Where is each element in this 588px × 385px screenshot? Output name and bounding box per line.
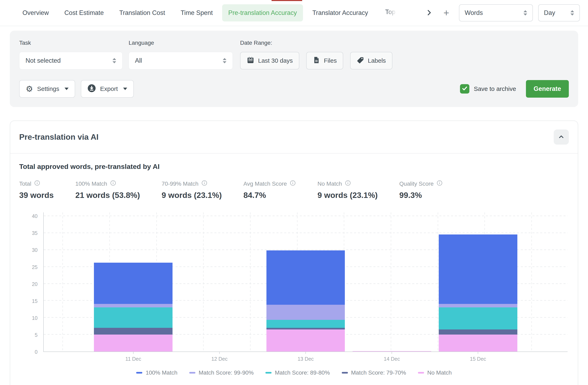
settings-button-label: Settings: [37, 85, 59, 92]
add-report-tab-button[interactable]: +: [441, 6, 451, 20]
bar-segment-match-score-99-90: [94, 304, 172, 307]
tab-overview[interactable]: Overview: [16, 4, 55, 21]
tabs-scroll-right-button[interactable]: [423, 6, 435, 20]
y-tick-label: 40: [32, 213, 38, 219]
save-to-archive-label[interactable]: Save to archive: [474, 85, 516, 92]
stat-quality-score: Quality Score99.3%: [399, 180, 443, 200]
info-icon[interactable]: [34, 180, 40, 188]
task-filter-group: Task Not selected: [19, 40, 129, 69]
filter-panel: Task Not selected Language All Date Rang…: [10, 31, 578, 107]
tab-label: Cost Estimate: [64, 9, 104, 16]
labels-filter-button[interactable]: Labels: [350, 52, 392, 69]
legend-item-match-score-79-70[interactable]: Match Score: 79-70%: [342, 369, 406, 376]
legend-item-no-match[interactable]: No Match: [418, 369, 452, 376]
date-range-label: Date Range:: [240, 40, 392, 46]
legend-swatch: [189, 372, 195, 374]
labels-button-label: Labels: [368, 57, 386, 64]
task-label: Task: [19, 40, 129, 46]
x-tick-label: 12 Dec: [211, 356, 228, 362]
bar-segment-no-match: [353, 351, 431, 351]
legend-label: 100% Match: [146, 369, 177, 376]
generate-button[interactable]: Generate: [526, 80, 569, 98]
tabs-nav: OverviewCost EstimateTranslation CostTim…: [16, 3, 406, 22]
bar-segment-100-match: [439, 235, 517, 304]
task-select-value: Not selected: [25, 57, 61, 64]
legend-swatch: [418, 372, 424, 374]
tab-top[interactable]: Top: [378, 3, 403, 22]
plus-icon: +: [443, 8, 449, 18]
tab-pre-translation-accuracy[interactable]: Pre-translation Accuracy: [222, 4, 303, 21]
y-tick-label: 0: [35, 349, 38, 355]
stat-label: Total: [19, 181, 31, 187]
bar-segment-match-score-79-70: [266, 328, 345, 329]
chart-legend: 100% MatchMatch Score: 99-90%Match Score…: [19, 369, 569, 376]
file-icon: [313, 56, 320, 65]
tab-translator-accuracy[interactable]: Translator Accuracy: [306, 4, 374, 21]
y-axis-labels: 0510152025303540: [19, 213, 43, 352]
bar-segment-no-match: [94, 335, 172, 351]
x-tick-label: 13 Dec: [297, 356, 314, 362]
legend-label: Match Score: 99-90%: [199, 369, 253, 376]
export-button[interactable]: Export: [81, 80, 134, 98]
tab-label: Translator Accuracy: [312, 9, 368, 16]
stat-label-row: 70-99% Match: [162, 180, 222, 188]
info-icon[interactable]: [290, 180, 296, 188]
bar-segment-match-score-79-70: [94, 328, 172, 335]
bar-segment-match-score-89-80: [266, 320, 345, 328]
v-gridline: [438, 213, 438, 351]
legend-item-match-score-99-90[interactable]: Match Score: 99-90%: [189, 369, 253, 376]
plot-area: 11 Dec12 Dec13 Dec14 Dec15 Dec: [43, 213, 567, 352]
bar-segment-match-score-79-70: [439, 329, 517, 335]
tab-label: Pre-translation Accuracy: [228, 9, 297, 16]
tag-icon: [357, 56, 364, 65]
collapse-card-button[interactable]: [554, 129, 569, 145]
info-icon[interactable]: [345, 180, 351, 188]
stat-value: 21 words (53.8%): [75, 191, 140, 200]
tab-time-spent[interactable]: Time Spent: [175, 4, 219, 21]
x-tick-label: 11 Dec: [125, 356, 141, 362]
stat-label-row: Quality Score: [399, 180, 443, 188]
legend-item-match-score-89-80[interactable]: Match Score: 89-80%: [265, 369, 330, 376]
chart-bar-11-dec: [94, 263, 172, 351]
stat-value: 99.3%: [399, 191, 443, 200]
x-tick: [133, 351, 133, 354]
legend-item-100-match[interactable]: 100% Match: [136, 369, 177, 376]
export-button-label: Export: [100, 85, 118, 92]
settings-button[interactable]: ⚙ Settings: [19, 80, 75, 98]
tab-cost-estimate[interactable]: Cost Estimate: [58, 4, 110, 21]
files-filter-button[interactable]: Files: [306, 52, 343, 69]
chevron-right-icon: [425, 9, 433, 17]
stat-label: Avg Match Score: [243, 181, 287, 187]
bar-segment-100-match: [94, 263, 172, 304]
bar-segment-match-score-99-90: [266, 305, 345, 320]
x-tick: [392, 351, 392, 354]
task-select[interactable]: Not selected: [19, 52, 123, 69]
language-select[interactable]: All: [129, 52, 233, 69]
tab-translation-cost[interactable]: Translation Cost: [113, 4, 171, 21]
y-tick-label: 5: [35, 332, 38, 338]
unit-select[interactable]: Words: [459, 4, 533, 21]
caret-down-icon: [64, 88, 69, 90]
stat-label-row: No Match: [317, 180, 378, 188]
select-arrows-icon: [112, 58, 116, 63]
info-icon[interactable]: [110, 180, 116, 188]
v-gridline: [203, 213, 204, 351]
date-range-button[interactable]: Last 30 days: [240, 52, 299, 69]
stat-no-match: No Match9 words (23.1%): [317, 180, 378, 200]
v-gridline: [250, 213, 251, 351]
bar-segment-match-score-99-90: [439, 304, 517, 307]
stat-value: 39 words: [19, 191, 54, 200]
unit-select-value: Words: [465, 9, 483, 17]
section-title: Total approved words, pre-translated by …: [19, 163, 569, 171]
stat-value: 9 words (23.1%): [317, 191, 378, 200]
info-icon[interactable]: [201, 180, 208, 188]
info-icon[interactable]: [437, 180, 443, 188]
legend-label: No Match: [427, 369, 452, 376]
period-select[interactable]: Day: [538, 4, 580, 21]
v-gridline: [531, 213, 532, 351]
x-tick-label: 15 Dec: [470, 356, 486, 362]
x-tick: [478, 351, 478, 354]
browser-loading-indicator: [272, 0, 302, 1]
save-to-archive-checkbox[interactable]: [460, 84, 469, 94]
x-tick: [219, 351, 220, 354]
